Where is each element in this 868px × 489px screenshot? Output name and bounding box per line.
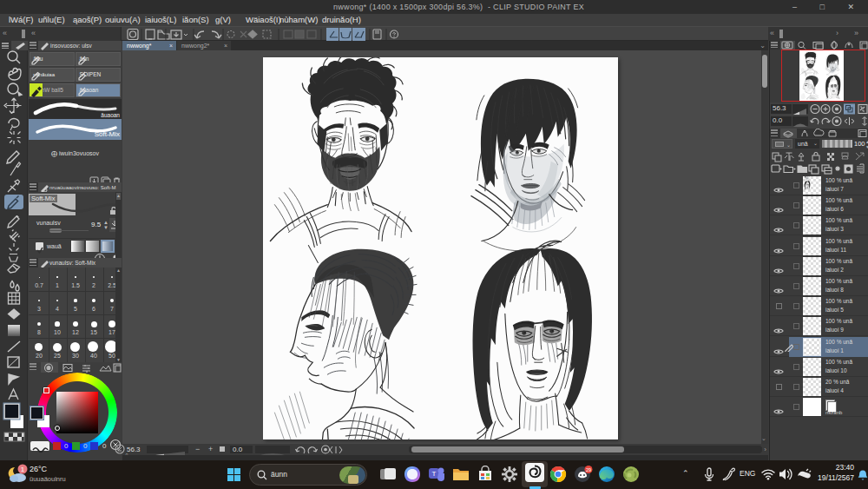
svg-text:1: 1	[21, 466, 25, 473]
svg-text:T: T	[432, 470, 437, 478]
svg-text:29: 29	[586, 467, 591, 472]
